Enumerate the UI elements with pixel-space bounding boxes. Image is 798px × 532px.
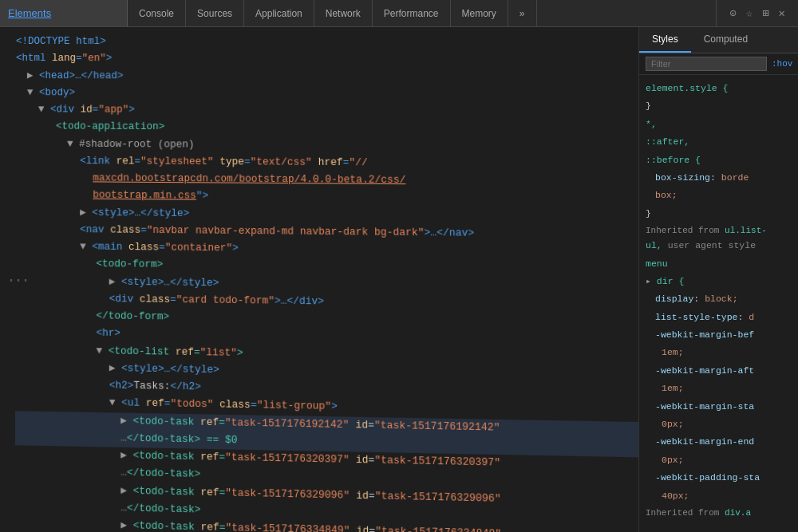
webkit-margin-start-val: 0px; [639, 416, 798, 433]
inherited2-title: Inherited from div.a [639, 505, 798, 519]
webkit-margin-before-val: 1em; [639, 344, 798, 361]
toolbar-icons: ⊙ ☆ ⊞ ✕ [716, 0, 798, 26]
styles-tab-bar: Styles Computed [639, 27, 798, 53]
tab-list: Console Sources Application Network Perf… [128, 0, 716, 26]
tab-console[interactable]: Console [128, 0, 186, 26]
webkit-margin-after-val: 1em; [639, 380, 798, 397]
tab-more[interactable]: » [508, 0, 537, 26]
webkit-margin-end-val: 0px; [639, 451, 798, 469]
dom-line-head: ▶ <head>…</head> [16, 68, 638, 86]
element-style-rule: element.style { [639, 80, 798, 97]
dom-panel[interactable]: ··· <!DOCTYPE html> <html lang="en"> ▶ <… [0, 27, 638, 532]
webkit-padding-start-val: 40px; [639, 487, 798, 505]
tab-network[interactable]: Network [314, 0, 373, 26]
tab-sources[interactable]: Sources [186, 0, 244, 26]
elements-tab[interactable]: Elements [0, 0, 128, 26]
webkit-margin-end: -webkit-margin-end [639, 433, 798, 451]
inherited-title: Inherited from ul.list- [639, 223, 798, 237]
filter-bar: :hov [639, 53, 798, 75]
tab-styles[interactable]: Styles [639, 27, 691, 53]
main-container: ··· <!DOCTYPE html> <html lang="en"> ▶ <… [0, 27, 798, 532]
box-sizing-rule: box-sizing: borde [639, 169, 798, 187]
before-rule: ::before { [639, 152, 798, 169]
side-dots: ··· [6, 270, 28, 289]
tab-performance[interactable]: Performance [373, 0, 451, 26]
element-style-close: } [639, 97, 798, 115]
after-rule: ::after, [639, 133, 798, 151]
menu-rule: menu [639, 255, 798, 273]
webkit-margin-after: -webkit-margin-aft [639, 362, 798, 380]
hov-button[interactable]: :hov [767, 57, 797, 70]
dom-line-html: <html lang="en"> [16, 50, 638, 69]
dom-content: <!DOCTYPE html> <html lang="en"> ▶ <head… [15, 33, 638, 532]
ul-agent-rule: ul, user agent style [639, 237, 798, 254]
universal-close: } [639, 205, 798, 223]
styles-panel: Styles Computed :hov element.style { } *… [638, 27, 798, 532]
webkit-margin-before: -webkit-margin-bef [639, 326, 798, 344]
webkit-padding-start: -webkit-padding-sta [639, 469, 798, 487]
dom-line-doctype: <!DOCTYPE html> [16, 33, 638, 51]
display-rule: display: block; [639, 290, 798, 308]
dir-rule: ▸ dir { [639, 273, 798, 290]
tab-memory[interactable]: Memory [451, 0, 508, 26]
tab-computed[interactable]: Computed [691, 27, 760, 53]
tab-application[interactable]: Application [244, 0, 314, 26]
styles-content: element.style { } *, ::after, ::before {… [639, 75, 798, 532]
webkit-margin-start: -webkit-margin-sta [639, 398, 798, 416]
universal-rule: *, [639, 116, 798, 133]
dom-line-body: ▼ <body> [16, 85, 638, 104]
box-rule: box; [639, 187, 798, 204]
list-style-type-rule: list-style-type: d [639, 309, 798, 326]
filter-input[interactable] [646, 57, 767, 71]
devtools-toolbar: Elements Console Sources Application Net… [0, 0, 798, 27]
